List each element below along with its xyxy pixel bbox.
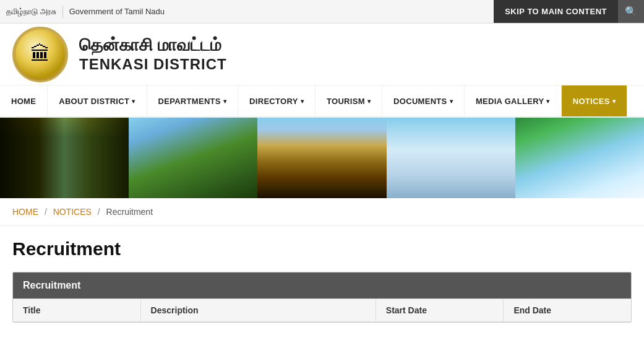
- skip-to-content-button[interactable]: SKIP TO MAIN CONTENT: [494, 0, 618, 23]
- govt-label: Government of Tamil Nadu: [69, 7, 165, 16]
- nav-about-label: ABOUT DISTRICT: [59, 97, 129, 106]
- hero-image-3: [257, 118, 386, 198]
- hero-image-5: [515, 118, 644, 198]
- breadcrumb-current: Recruitment: [106, 207, 153, 217]
- table-col-title: Title: [13, 299, 141, 321]
- search-button[interactable]: 🔍: [618, 0, 644, 23]
- nav-media-gallery-label: MEDIA GALLERY: [476, 97, 544, 106]
- nav-home[interactable]: HOME: [0, 85, 48, 116]
- table-header-row: Recruitment: [13, 272, 631, 299]
- top-bar-right: SKIP TO MAIN CONTENT 🔍: [494, 0, 644, 23]
- recruitment-table: Recruitment Title Description Start Date…: [12, 272, 632, 323]
- nav-directory-chevron: ▾: [301, 98, 304, 105]
- breadcrumb-home[interactable]: HOME: [12, 207, 38, 217]
- table-column-headers: Title Description Start Date End Date: [13, 299, 631, 322]
- table-col-start-date: Start Date: [376, 299, 504, 321]
- nav-home-label: HOME: [11, 97, 36, 106]
- nav-tourism[interactable]: TOURISM ▾: [316, 85, 382, 116]
- nav-documents[interactable]: DOCUMENTS ▾: [382, 85, 465, 116]
- top-bar: தமிழ்நாடு அரசு Government of Tamil Nadu …: [0, 0, 644, 24]
- breadcrumb-sep-2: /: [98, 207, 100, 217]
- page-title: Recruitment: [12, 238, 632, 259]
- district-title-tamil: தென்காசி மாவட்டம்: [79, 35, 227, 56]
- district-title-english: TENKASI DISTRICT: [79, 56, 227, 73]
- nav-documents-label: DOCUMENTS: [393, 97, 447, 106]
- main-nav: HOME ABOUT DISTRICT ▾ DEPARTMENTS ▾ DIRE…: [0, 85, 644, 118]
- table-col-end-date: End Date: [504, 299, 631, 321]
- hero-image-4: [387, 118, 515, 198]
- breadcrumb-notices[interactable]: NOTICES: [53, 207, 92, 217]
- logo: 🏛: [12, 27, 68, 82]
- nav-notices-label: NOTICES: [573, 97, 610, 106]
- nav-media-gallery[interactable]: MEDIA GALLERY ▾: [465, 85, 562, 116]
- site-header: 🏛 தென்காசி மாவட்டம் TENKASI DISTRICT: [0, 24, 644, 85]
- hero-image-2: [129, 118, 257, 198]
- nav-departments[interactable]: DEPARTMENTS ▾: [147, 85, 239, 116]
- nav-tourism-label: TOURISM: [327, 97, 365, 106]
- search-icon: 🔍: [625, 6, 637, 17]
- top-bar-left: தமிழ்நாடு அரசு Government of Tamil Nadu: [6, 6, 165, 18]
- hero-image-1: [0, 118, 129, 198]
- nav-directory-label: DIRECTORY: [249, 97, 298, 106]
- nav-departments-chevron: ▾: [223, 98, 226, 105]
- nav-media-chevron: ▾: [546, 98, 549, 105]
- tamil-govt-label: தமிழ்நாடு அரசு: [6, 7, 56, 17]
- nav-directory[interactable]: DIRECTORY ▾: [238, 85, 316, 116]
- page-content: Recruitment Recruitment Title Descriptio…: [0, 226, 644, 323]
- nav-departments-label: DEPARTMENTS: [158, 97, 221, 106]
- nav-tourism-chevron: ▾: [367, 98, 371, 105]
- nav-notices[interactable]: NOTICES ▾: [562, 85, 627, 116]
- header-text: தென்காசி மாவட்டம் TENKASI DISTRICT: [79, 35, 227, 73]
- logo-emblem: 🏛: [15, 30, 65, 79]
- breadcrumb-sep-1: /: [45, 207, 47, 217]
- nav-about[interactable]: ABOUT DISTRICT ▾: [48, 85, 147, 116]
- nav-notices-chevron: ▾: [612, 98, 616, 105]
- top-bar-divider: [62, 6, 63, 18]
- logo-icon: 🏛: [30, 43, 50, 66]
- nav-documents-chevron: ▾: [450, 98, 453, 105]
- table-col-description: Description: [141, 299, 376, 321]
- breadcrumb: HOME / NOTICES / Recruitment: [0, 198, 644, 226]
- hero-banner: [0, 118, 644, 198]
- table-header-title: Recruitment: [23, 280, 80, 291]
- nav-about-chevron: ▾: [132, 98, 135, 105]
